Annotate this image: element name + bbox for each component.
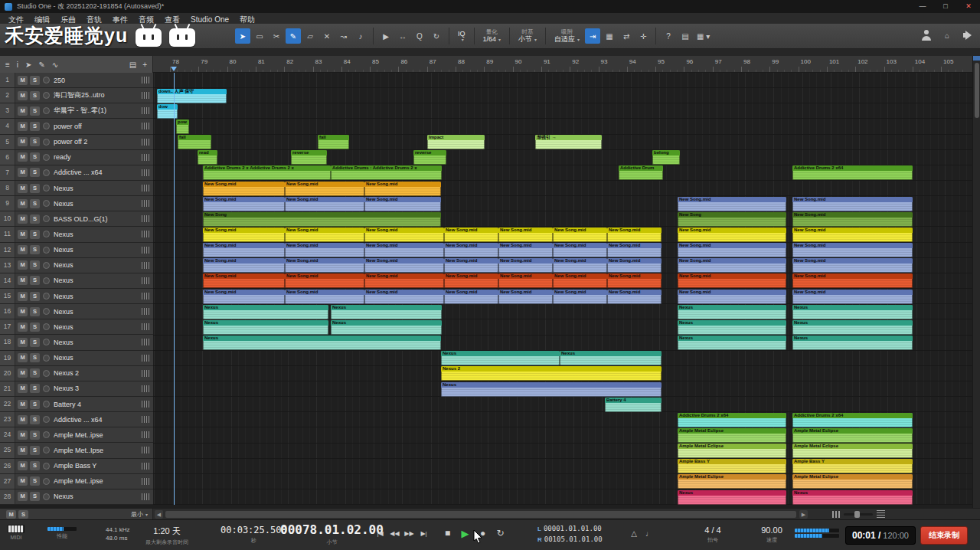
arrangement-clip[interactable]: Nexus	[678, 320, 786, 335]
quantize-toggle-button[interactable]: Q	[412, 28, 427, 44]
loop-range[interactable]: L00001.01.01.00 R00105.01.01.00	[537, 524, 603, 545]
arrangement-clip[interactable]: New Song.mid	[364, 197, 441, 211]
track-solo-button[interactable]: S	[30, 322, 40, 332]
arrangement-clip[interactable]: New Song.mid	[678, 258, 786, 273]
time-bars-display[interactable]: 00078.01.02.00 小节	[280, 522, 384, 546]
mute-tool-button[interactable]: ✕	[319, 28, 335, 44]
horizontal-scroll-thumb[interactable]	[165, 511, 796, 518]
arrangement-clip[interactable]: New Song.mid	[498, 290, 553, 304]
track-record-arm-button[interactable]	[43, 416, 50, 423]
snap-control[interactable]: 吸附 自适应▾	[554, 29, 580, 44]
track-record-arm-button[interactable]	[43, 401, 50, 408]
arrangement-clip[interactable]: Nexus	[441, 382, 662, 397]
home-icon[interactable]: ⌂	[939, 28, 955, 43]
arrangement-clip[interactable]: Nexus	[678, 305, 786, 319]
arrangement-clip[interactable]: New Song.mid	[444, 258, 498, 273]
track-mute-button[interactable]: M	[18, 322, 28, 332]
arrangement-clip[interactable]: New Song.mid	[203, 258, 285, 273]
scroll-right-button[interactable]: ▶	[799, 510, 808, 519]
arrangement-clip[interactable]: Addictive Drums : Addictive Drums 2 x	[331, 165, 442, 180]
arrangement-clip[interactable]: Nexus	[331, 320, 442, 335]
track-row[interactable]: 16MSNexus	[0, 304, 153, 319]
listen-tool-button[interactable]: ♪	[353, 28, 368, 44]
track-mute-button[interactable]: M	[18, 245, 28, 254]
track-mute-button[interactable]: M	[18, 152, 28, 162]
arrangement-clip[interactable]: Nexus	[203, 305, 328, 319]
arrangement-clip[interactable]: New Song.mid	[285, 182, 364, 196]
time-seconds-display[interactable]: 00:03:25.500 秒	[220, 525, 287, 545]
track-solo-button[interactable]: S	[30, 368, 40, 378]
track-solo-button[interactable]: S	[30, 199, 40, 208]
arrangement-clip[interactable]: New Song.mid	[678, 228, 786, 242]
track-mute-button[interactable]: M	[18, 122, 28, 131]
arrangement-clip[interactable]: New Song.mid	[285, 197, 364, 211]
track-mute-button[interactable]: M	[18, 199, 28, 208]
inspector-icon[interactable]: i	[17, 61, 18, 69]
arrangement-clip[interactable]: New Song.mid	[203, 290, 285, 304]
arrangement-clip[interactable]: New Song.mid	[203, 273, 285, 288]
zoom-bars-icon[interactable]	[832, 511, 840, 518]
arrangement-clip[interactable]: fall	[178, 135, 211, 149]
track-mute-button[interactable]: M	[18, 492, 28, 501]
play-button[interactable]: ▶	[457, 527, 473, 541]
arrangement-clip[interactable]: New Song.mid	[498, 228, 553, 242]
arrangement-clip[interactable]: New Song.mid	[553, 243, 607, 257]
goto-end-button[interactable]: ▶|	[417, 527, 430, 541]
arrangement-clip[interactable]: New Song.mid	[364, 273, 444, 288]
track-mute-button[interactable]: M	[18, 106, 28, 116]
arrangement-clip[interactable]: Nexus	[560, 351, 662, 365]
arrangement-clip[interactable]: New Song.mid	[792, 258, 913, 273]
arrangement-clip[interactable]: Nexus 2	[441, 366, 662, 381]
track-mute-button[interactable]: M	[18, 353, 28, 362]
autoscroll-button[interactable]: ▶	[378, 28, 394, 44]
track-row[interactable]: 26MSAmple Bass Y	[0, 459, 153, 474]
arrangement-clip[interactable]: Ample Bass Y	[678, 459, 786, 473]
track-solo-button[interactable]: S	[30, 106, 40, 116]
arrangement-clip[interactable]: Addictive Drums 2 x64	[792, 413, 913, 427]
track-record-arm-button[interactable]	[43, 185, 50, 192]
pointer-icon[interactable]: ➤	[25, 61, 31, 69]
arrangement-clip[interactable]: New Song.mid	[607, 228, 662, 242]
track-mute-button[interactable]: M	[18, 76, 28, 85]
track-row[interactable]: 13MSNexus	[0, 258, 153, 273]
track-solo-button[interactable]: S	[30, 292, 40, 301]
arrangement-clip[interactable]: New Song.mid	[364, 243, 444, 257]
track-solo-button[interactable]: S	[30, 245, 40, 254]
track-row[interactable]: 8MSNexus	[0, 181, 153, 196]
arrangement-clip[interactable]: fall	[318, 135, 349, 149]
arrangement-clip[interactable]: New Song.mid	[553, 228, 607, 242]
track-row[interactable]: 4MSpower off	[0, 119, 153, 134]
track-solo-button[interactable]: S	[30, 168, 40, 177]
arrangement-clip[interactable]: Addictive Drums 2 x Addictive Drums 2 x	[203, 165, 331, 180]
track-solo-button[interactable]: S	[30, 214, 40, 224]
arrangement-clip[interactable]: New Song.mid	[607, 258, 662, 273]
track-mute-button[interactable]: M	[18, 415, 28, 424]
arrangement-clip[interactable]: New Song.mid	[792, 290, 913, 304]
track-solo-button[interactable]: S	[30, 431, 40, 440]
track-row[interactable]: 9MSNexus	[0, 196, 153, 211]
arrangement-clip[interactable]: New Song.mid	[792, 228, 913, 242]
track-mute-button[interactable]: M	[18, 307, 28, 316]
track-mute-button[interactable]: M	[18, 260, 28, 270]
horizontal-scrollbar[interactable]: ◀ ▶	[153, 509, 896, 520]
minimize-button[interactable]: —	[911, 0, 934, 13]
arrangement-clip[interactable]: New Song.mid	[607, 290, 662, 304]
track-row[interactable]: 1MS250	[0, 73, 153, 88]
help-button[interactable]: ?	[661, 28, 676, 44]
arrangement-clip[interactable]: New Song	[678, 212, 786, 227]
zoom-preset-label[interactable]: 最小	[131, 510, 143, 519]
track-solo-button[interactable]: S	[30, 461, 40, 470]
loop-follow-button[interactable]: ↻	[429, 28, 444, 44]
loop-button[interactable]: ↻	[492, 527, 508, 541]
track-solo-button[interactable]: S	[30, 338, 40, 347]
track-row[interactable]: 25MSAmple Met..Ipse	[0, 443, 153, 458]
arrangement-clip[interactable]: Ample Metal Eclipse	[792, 444, 913, 458]
arrangement-clip[interactable]: New Song.mid	[285, 273, 364, 288]
layers-icon[interactable]: ▤	[129, 61, 136, 69]
track-record-arm-button[interactable]	[43, 355, 50, 362]
track-row[interactable]: 23MSAddictive ... x64	[0, 412, 153, 427]
track-row[interactable]: 21MSNexus 3	[0, 381, 153, 397]
automation-icon[interactable]: ∿	[52, 61, 58, 69]
track-solo-button[interactable]: S	[30, 492, 40, 501]
master-track-row[interactable]: M S 最小 ▾	[0, 509, 153, 520]
